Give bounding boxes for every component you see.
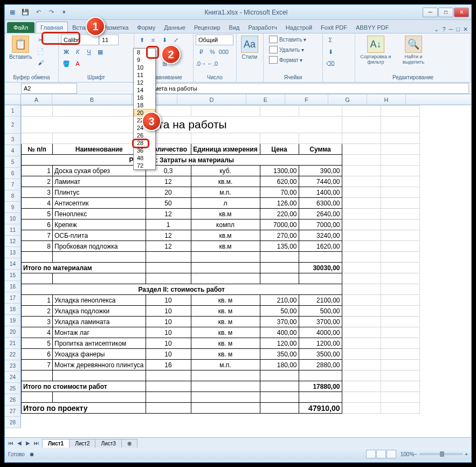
fill-icon[interactable]: ⬇ bbox=[325, 46, 336, 57]
number-format-combo[interactable]: Общий bbox=[196, 35, 233, 45]
align-bot-icon[interactable]: ⬇ bbox=[159, 35, 170, 45]
font-size-dropdown[interactable]: 891011121416182022242628364872 bbox=[133, 48, 156, 170]
underline-icon[interactable]: Ч bbox=[84, 46, 94, 57]
row-header[interactable]: 10 bbox=[5, 213, 20, 224]
qat-dropdown-icon[interactable]: ▾ bbox=[59, 7, 70, 18]
tab-review[interactable]: Рецензир bbox=[190, 22, 225, 33]
row-header[interactable]: 20 bbox=[5, 326, 20, 338]
row-header[interactable]: 11 bbox=[5, 224, 20, 236]
zoom-out-icon[interactable]: − bbox=[414, 451, 417, 457]
sheet-tab-2[interactable]: Лист2 bbox=[69, 439, 95, 448]
sheet-tab-1[interactable]: Лист1 bbox=[42, 439, 70, 448]
row-header[interactable]: 6 bbox=[5, 168, 20, 179]
row-header[interactable]: 19 bbox=[5, 315, 20, 326]
row-header[interactable]: 8 bbox=[5, 190, 20, 202]
row-header[interactable]: 26 bbox=[5, 394, 20, 406]
row-header[interactable]: 4 bbox=[5, 145, 20, 156]
row-header[interactable]: 24 bbox=[5, 372, 20, 383]
row-header[interactable]: 22 bbox=[5, 349, 20, 360]
col-header-d[interactable]: D bbox=[177, 94, 246, 105]
row-header[interactable]: 15 bbox=[5, 270, 20, 281]
row-header[interactable]: 5 bbox=[5, 156, 20, 168]
format-painter-icon[interactable]: 🖌 bbox=[35, 57, 46, 68]
row-header[interactable]: 1 bbox=[5, 105, 20, 116]
font-size-option[interactable]: 12 bbox=[134, 79, 155, 86]
sheet-nav-next-icon[interactable]: ▶ bbox=[24, 439, 32, 447]
col-header-f[interactable]: F bbox=[285, 94, 328, 105]
col-header-e[interactable]: E bbox=[246, 94, 285, 105]
row-header[interactable]: 28 bbox=[5, 417, 20, 428]
row-header[interactable]: 21 bbox=[5, 338, 20, 349]
border-icon[interactable]: ▦ bbox=[95, 46, 106, 57]
font-size-option[interactable]: 72 bbox=[134, 162, 155, 169]
bold-icon[interactable]: Ж bbox=[61, 46, 72, 57]
cells-insert-button[interactable]: Вставить ▾ bbox=[266, 35, 309, 44]
name-box[interactable]: A2 bbox=[21, 83, 77, 94]
tab-file[interactable]: Файл bbox=[7, 22, 35, 33]
autosum-icon[interactable]: Σ bbox=[325, 35, 336, 45]
zoom-in-icon[interactable]: + bbox=[465, 451, 468, 457]
qat-redo[interactable]: ↷ bbox=[46, 7, 57, 18]
font-size-option[interactable]: 16 bbox=[134, 94, 155, 101]
tab-formulas[interactable]: Форму bbox=[133, 22, 160, 33]
row-header[interactable]: 16 bbox=[5, 281, 20, 292]
qat-undo[interactable]: ↶ bbox=[33, 7, 44, 18]
col-header-a[interactable]: A bbox=[21, 94, 52, 105]
doc-restore-icon[interactable]: □ bbox=[456, 26, 460, 33]
tab-view[interactable]: Вид bbox=[225, 22, 244, 33]
tab-developer[interactable]: Разработч bbox=[244, 22, 281, 33]
row-header[interactable]: 3 bbox=[5, 134, 20, 145]
orientation-icon[interactable]: ⤢ bbox=[170, 35, 181, 45]
view-layout-icon[interactable] bbox=[376, 450, 386, 458]
zoom-level[interactable]: 100% bbox=[401, 451, 415, 457]
font-size-combo[interactable]: 11 bbox=[99, 35, 119, 45]
select-all-corner[interactable] bbox=[5, 94, 21, 105]
sheet-nav-first-icon[interactable]: ⏮ bbox=[7, 439, 15, 447]
spreadsheet-cells[interactable]: Смета на работы № п/пНаименованиеКоличес… bbox=[21, 105, 420, 414]
comma-icon[interactable]: 000 bbox=[218, 46, 229, 57]
row-header[interactable]: 18 bbox=[5, 304, 20, 315]
font-size-option[interactable]: 48 bbox=[134, 154, 155, 162]
tab-addins[interactable]: Надстрой bbox=[281, 22, 316, 33]
row-header[interactable]: 2 bbox=[5, 116, 20, 134]
col-header-b[interactable]: B bbox=[52, 94, 132, 105]
tab-abbyy[interactable]: ABBYY PDF bbox=[351, 22, 394, 33]
row-header[interactable]: 9 bbox=[5, 202, 20, 213]
font-size-option[interactable]: 11 bbox=[134, 71, 155, 79]
percent-icon[interactable]: % bbox=[207, 46, 218, 57]
view-normal-icon[interactable] bbox=[366, 450, 376, 458]
cells-delete-button[interactable]: Удалить ▾ bbox=[266, 45, 307, 54]
find-select-button[interactable]: 🔍 Найти и выделить bbox=[395, 35, 432, 66]
row-header[interactable]: 17 bbox=[5, 292, 20, 304]
col-header-g[interactable]: G bbox=[328, 94, 367, 105]
font-color-icon[interactable]: A bbox=[72, 58, 83, 69]
doc-close-icon[interactable]: ✕ bbox=[463, 26, 468, 33]
close-button[interactable]: ✕ bbox=[454, 8, 469, 17]
help-icon[interactable]: ? bbox=[442, 26, 445, 33]
tab-home[interactable]: Главная bbox=[36, 22, 68, 33]
font-size-option[interactable]: 10 bbox=[134, 64, 155, 71]
row-header[interactable]: 12 bbox=[5, 236, 20, 247]
maximize-button[interactable]: □ bbox=[438, 8, 453, 17]
row-header[interactable]: 23 bbox=[5, 360, 20, 372]
font-size-option[interactable]: 18 bbox=[134, 101, 155, 109]
row-header[interactable]: 7 bbox=[5, 179, 20, 190]
sheet-tab-new[interactable]: ⊕ bbox=[121, 439, 137, 448]
qat-save[interactable]: 💾 bbox=[20, 7, 31, 18]
title-cell[interactable]: Смета на работы bbox=[22, 116, 342, 133]
inc-decimal-icon[interactable]: .0→ bbox=[196, 58, 206, 69]
italic-icon[interactable]: К bbox=[72, 46, 83, 57]
sheet-tab-3[interactable]: Лист3 bbox=[95, 439, 121, 448]
minimize-button[interactable]: ─ bbox=[423, 8, 438, 17]
ribbon-collapse-icon[interactable]: ⌄ bbox=[434, 26, 439, 33]
sheet-nav-prev-icon[interactable]: ◀ bbox=[16, 439, 23, 447]
sheet-nav-last-icon[interactable]: ⏭ bbox=[33, 439, 40, 447]
tab-data[interactable]: Данные bbox=[160, 22, 190, 33]
row-header[interactable]: 27 bbox=[5, 406, 20, 417]
formula-bar[interactable]: Смета на работы bbox=[147, 83, 469, 94]
tab-foxit[interactable]: Foxit PDF bbox=[316, 22, 351, 33]
copy-icon[interactable]: 📄 bbox=[35, 46, 46, 57]
row-header[interactable]: 25 bbox=[5, 383, 20, 394]
col-header-h[interactable]: H bbox=[367, 94, 406, 105]
dec-decimal-icon[interactable]: ←.0 bbox=[207, 58, 218, 69]
